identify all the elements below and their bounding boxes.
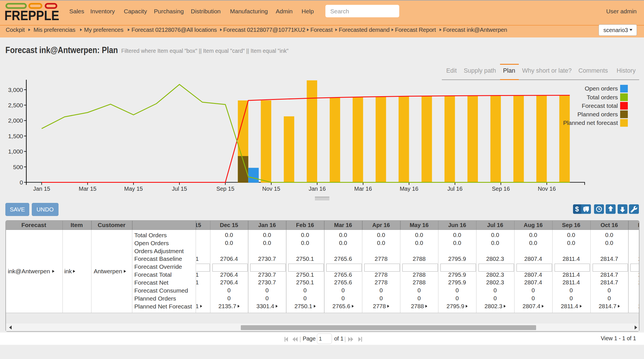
- svg-text:Jul 15: Jul 15: [172, 186, 187, 192]
- svg-text:May 16: May 16: [400, 186, 419, 192]
- svg-text:Jan 15: Jan 15: [33, 186, 50, 192]
- svg-text:1,000: 1,000: [8, 148, 23, 155]
- svg-text:1,500: 1,500: [8, 133, 23, 139]
- svg-text:2,000: 2,000: [8, 117, 23, 124]
- svg-text:Sep 16: Sep 16: [492, 186, 510, 192]
- svg-text:May 15: May 15: [124, 186, 143, 192]
- svg-text:500: 500: [13, 164, 23, 170]
- svg-text:Mar 15: Mar 15: [79, 186, 96, 192]
- svg-text:Planned net forecast: Planned net forecast: [563, 119, 618, 126]
- svg-text:Jul 16: Jul 16: [448, 186, 463, 192]
- svg-text:Nov 15: Nov 15: [262, 186, 280, 192]
- svg-text:0: 0: [20, 179, 23, 186]
- svg-text:Open orders: Open orders: [585, 85, 618, 92]
- svg-text:Jan 16: Jan 16: [309, 186, 326, 192]
- svg-text:3,000: 3,000: [8, 87, 23, 93]
- svg-text:Mar 16: Mar 16: [354, 186, 372, 192]
- svg-text:Planned orders: Planned orders: [578, 111, 618, 117]
- svg-text:$: $: [575, 205, 579, 213]
- svg-text:2,500: 2,500: [8, 102, 23, 108]
- svg-text:Total orders: Total orders: [587, 94, 618, 100]
- svg-text:Sep 15: Sep 15: [216, 186, 234, 192]
- svg-text:Forecast total: Forecast total: [582, 102, 618, 109]
- svg-text:FREPPLE: FREPPLE: [4, 8, 59, 23]
- svg-text:Nov 16: Nov 16: [538, 186, 556, 192]
